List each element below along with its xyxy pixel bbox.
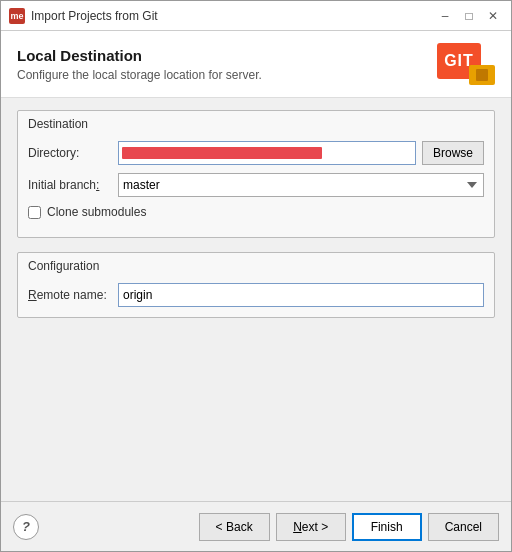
next-underline: N [293,520,302,534]
header-section: Local Destination Configure the local st… [1,31,511,98]
title-bar: me Import Projects from Git – □ ✕ [1,1,511,31]
clone-submodules-checkbox[interactable] [28,206,41,219]
clone-submodules-label[interactable]: Clone submodules [47,205,146,219]
destination-group: Destination Directory: Browse Initial br… [17,110,495,238]
back-button[interactable]: < Back [199,513,270,541]
minimize-button[interactable]: – [435,6,455,26]
maximize-button[interactable]: □ [459,6,479,26]
clone-submodules-row: Clone submodules [28,205,484,219]
window-controls: – □ ✕ [435,6,503,26]
git-logo: GIT [437,43,495,85]
configuration-group: Configuration Remote name: [17,252,495,318]
destination-group-content: Directory: Browse Initial branch: master… [18,135,494,237]
window-title: Import Projects from Git [31,9,435,23]
directory-input[interactable] [118,141,416,165]
remote-name-input[interactable] [118,283,484,307]
main-content: Destination Directory: Browse Initial br… [1,98,511,501]
configuration-group-title: Configuration [18,253,494,277]
help-button[interactable]: ? [13,514,39,540]
directory-input-wrapper [118,141,416,165]
initial-branch-label: Initial branch: [28,178,118,192]
app-icon: me [9,8,25,24]
cancel-button[interactable]: Cancel [428,513,499,541]
main-window: me Import Projects from Git – □ ✕ Local … [0,0,512,552]
app-icon-text: me [10,11,23,21]
remote-name-underline: R [28,288,37,302]
finish-button[interactable]: Finish [352,513,422,541]
page-subtitle: Configure the local storage location for… [17,68,262,82]
initial-branch-underline: : [96,178,99,192]
close-button[interactable]: ✕ [483,6,503,26]
destination-group-title: Destination [18,111,494,135]
git-logo-connector [469,65,495,85]
bottom-bar: ? < Back Next > Finish Cancel [1,501,511,551]
remote-name-row: Remote name: [28,283,484,307]
browse-button[interactable]: Browse [422,141,484,165]
initial-branch-select[interactable]: master main develop [118,173,484,197]
header-text: Local Destination Configure the local st… [17,47,262,82]
page-title: Local Destination [17,47,262,64]
nav-buttons: < Back Next > Finish Cancel [199,513,499,541]
next-button[interactable]: Next > [276,513,346,541]
configuration-group-content: Remote name: [18,277,494,317]
initial-branch-row: Initial branch: master main develop [28,173,484,197]
directory-row: Directory: Browse [28,141,484,165]
remote-name-label: Remote name: [28,288,118,302]
directory-label: Directory: [28,146,118,160]
